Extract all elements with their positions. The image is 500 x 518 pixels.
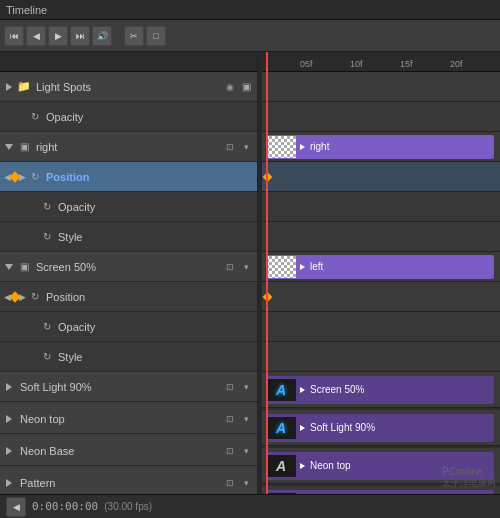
screen50-controls: ⊡ ▾ <box>223 380 253 394</box>
right-name: right <box>32 141 223 153</box>
toggle-left[interactable] <box>4 261 16 273</box>
layer-right-opacity[interactable]: ↻ Opacity <box>0 192 257 222</box>
neonbase-controls: ⊡ ▾ <box>223 476 253 490</box>
layer-neontop[interactable]: Neon Base ⊡ ▾ <box>0 436 257 466</box>
track-right-opacity <box>262 192 500 222</box>
softlight90-more[interactable]: ▾ <box>239 412 253 426</box>
neontop-more[interactable]: ▾ <box>239 444 253 458</box>
go-first-button[interactable]: ⏮ <box>4 26 24 46</box>
left-position-name: Position <box>42 291 253 303</box>
neonbase-thumb: A <box>266 493 296 495</box>
layer-neonbase[interactable]: Pattern ⊡ ▾ <box>0 468 257 494</box>
layer-solo-btn[interactable]: ◉ <box>223 80 237 94</box>
right-thumb-checkered <box>266 136 296 158</box>
ruler-mark-15f: 15f <box>400 59 413 69</box>
cycle-style-right[interactable]: ↻ <box>40 230 54 244</box>
screen50-letter: A <box>276 382 286 398</box>
neonbase-ctrl[interactable]: ⊡ <box>223 476 237 490</box>
toggle-softlight90[interactable] <box>4 413 16 425</box>
track-softlight90: A Soft Light 90% <box>262 410 500 446</box>
bottom-bar: ◀ 0:00:00:00 (30.00 fps) <box>0 494 500 518</box>
compose-button[interactable]: □ <box>146 26 166 46</box>
timeline-ruler[interactable]: 05f 10f 15f 20f <box>262 52 500 72</box>
toggle-light-spots[interactable] <box>4 81 16 93</box>
layer-right[interactable]: ▣ right ⊡ ▾ <box>0 132 257 162</box>
right-track-block[interactable]: right <box>266 135 494 159</box>
watermark: PConline 太平洋电脑网 <box>442 466 496 490</box>
toggle-neonbase[interactable] <box>4 477 16 489</box>
softlight90-thumb: A <box>266 417 296 439</box>
tracks-panel: 05f 10f 15f 20f right <box>262 52 500 494</box>
bottom-prev-btn[interactable]: ◀ <box>6 497 26 517</box>
layer-right-position[interactable]: ◀ ▶ ↻ Position <box>0 162 257 192</box>
toggle-screen50[interactable] <box>4 381 16 393</box>
right-more-btn[interactable]: ▾ <box>239 140 253 154</box>
softlight90-name: Neon top <box>16 413 223 425</box>
track-right-position <box>262 162 500 192</box>
layer-softlight90[interactable]: Neon top ⊡ ▾ <box>0 404 257 434</box>
left-track-block[interactable]: left <box>266 255 494 279</box>
right-ctrl-btn[interactable]: ⊡ <box>223 140 237 154</box>
ruler-mark-10f: 10f <box>350 59 363 69</box>
next-frame-button[interactable]: ⏭ <box>70 26 90 46</box>
tracks-content: right <box>262 72 500 494</box>
film-icon-right: ▣ <box>16 139 32 155</box>
light-spots-opacity-name: Opacity <box>42 111 253 123</box>
prev-frame-button[interactable]: ◀ <box>26 26 46 46</box>
layer-screen50[interactable]: Soft Light 90% ⊡ ▾ <box>0 372 257 402</box>
playhead[interactable] <box>266 52 268 494</box>
softlight90-track-label: Soft Light 90% <box>296 422 379 433</box>
softlight90-controls: ⊡ ▾ <box>223 412 253 426</box>
cycle-icon[interactable]: ↻ <box>28 110 42 124</box>
layer-left[interactable]: ▣ Screen 50% ⊡ ▾ <box>0 252 257 282</box>
neontop-letter: A <box>276 458 286 474</box>
right-controls: ⊡ ▾ <box>223 140 253 154</box>
layer-left-position[interactable]: ◀ ▶ ↻ Position <box>0 282 257 312</box>
right-track-label: right <box>296 141 333 152</box>
cut-button[interactable]: ✂ <box>124 26 144 46</box>
layer-left-opacity[interactable]: ↻ Opacity <box>0 312 257 342</box>
play-button[interactable]: ▶ <box>48 26 68 46</box>
track-left: left <box>262 252 500 282</box>
layer-light-spots-opacity[interactable]: ↻ Opacity <box>0 102 257 132</box>
time-display: 0:00:00:00 <box>32 500 98 513</box>
toggle-right[interactable] <box>4 141 16 153</box>
transport-bar: ⏮ ◀ ▶ ⏭ 🔊 ✂ □ <box>0 20 500 52</box>
right-opacity-name: Opacity <box>54 201 253 213</box>
track-left-opacity <box>262 312 500 342</box>
ruler-mark-05f: 05f <box>300 59 313 69</box>
fps-display: (30.00 fps) <box>104 501 152 512</box>
screen50-track-block[interactable]: A Screen 50% <box>266 376 494 404</box>
layer-right-style[interactable]: ↻ Style <box>0 222 257 252</box>
left-opacity-name: Opacity <box>54 321 253 333</box>
audio-button[interactable]: 🔊 <box>92 26 112 46</box>
left-thumb-checkered <box>266 256 296 278</box>
right-style-name: Style <box>54 231 253 243</box>
title-text: Timeline <box>6 4 47 16</box>
screen50-more[interactable]: ▾ <box>239 380 253 394</box>
layer-left-style[interactable]: ↻ Style <box>0 342 257 372</box>
screen50-ctrl[interactable]: ⊡ <box>223 380 237 394</box>
layer-light-spots[interactable]: 📁 Light Spots ◉ ▣ <box>0 72 257 102</box>
softlight90-ctrl[interactable]: ⊡ <box>223 412 237 426</box>
track-left-position <box>262 282 500 312</box>
title-bar: Timeline <box>0 0 500 20</box>
timeline-container: Timeline ⏮ ◀ ▶ ⏭ 🔊 ✂ □ 📁 Light Spots <box>0 0 500 518</box>
track-right-style <box>262 222 500 252</box>
toggle-neontop[interactable] <box>4 445 16 457</box>
cycle-icon-pos-l[interactable]: ↻ <box>28 290 42 304</box>
left-ctrl-btn[interactable]: ⊡ <box>223 260 237 274</box>
cycle-opacity-left[interactable]: ↻ <box>40 320 54 334</box>
neonbase-track-block[interactable]: A Neon Base <box>266 490 494 495</box>
left-style-name: Style <box>54 351 253 363</box>
cycle-icon-pos[interactable]: ↻ <box>28 170 42 184</box>
neontop-ctrl[interactable]: ⊡ <box>223 444 237 458</box>
left-more-btn[interactable]: ▾ <box>239 260 253 274</box>
cycle-style-left[interactable]: ↻ <box>40 350 54 364</box>
main-area: 📁 Light Spots ◉ ▣ ↻ Opacity ▣ right <box>0 52 500 494</box>
neonbase-more[interactable]: ▾ <box>239 476 253 490</box>
layer-film-btn[interactable]: ▣ <box>239 80 253 94</box>
cycle-opacity-right[interactable]: ↻ <box>40 200 54 214</box>
softlight90-track-block[interactable]: A Soft Light 90% <box>266 414 494 442</box>
neontop-track-label: Neon top <box>296 460 355 471</box>
